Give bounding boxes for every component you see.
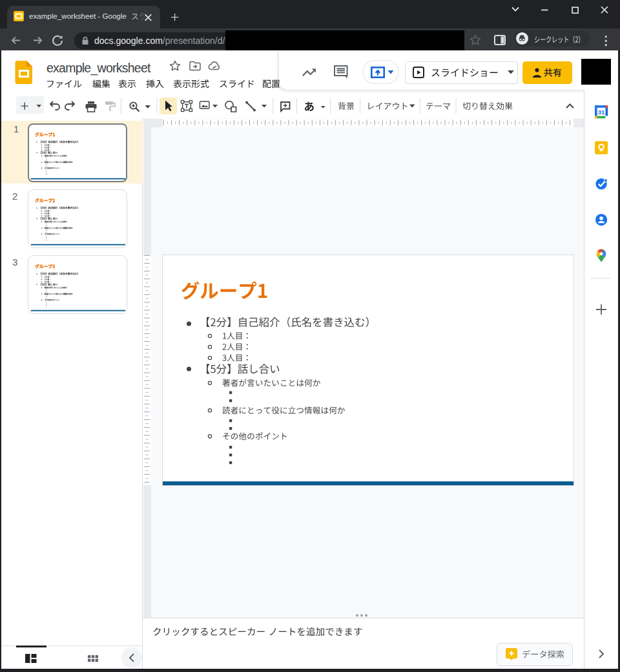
- svg-text:31: 31: [598, 109, 605, 116]
